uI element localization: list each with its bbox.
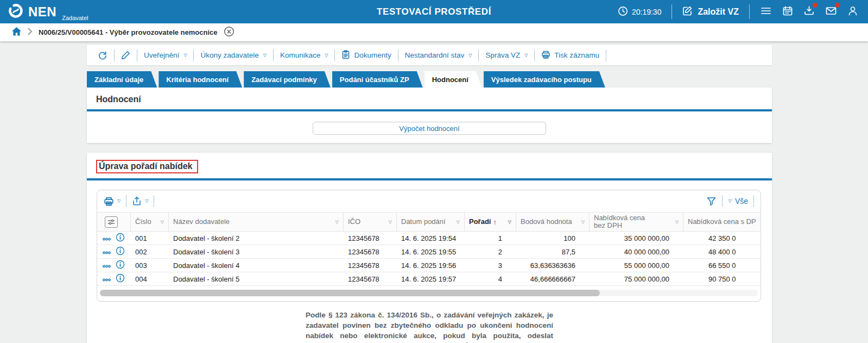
table-export-button[interactable]: ▽ — [132, 196, 148, 206]
cell-bodova: 100 — [516, 232, 590, 245]
printer-icon — [541, 50, 550, 61]
cell-datum: 14. 6. 2025 19:55 — [397, 245, 465, 258]
column-header-poradi[interactable]: Pořadí ↑ ▽ — [465, 213, 516, 231]
table-print-button[interactable]: ▽ — [104, 196, 121, 207]
vypocet-hodnoceni-button[interactable]: Výpočet hodnocení — [313, 122, 546, 135]
column-header-datum-podani[interactable]: Datum podání ▽ — [397, 213, 465, 231]
menu-label: Uveřejnění — [144, 51, 179, 59]
menu-komunikace[interactable]: Komunikace ▽ — [274, 51, 334, 59]
column-header-nazev-dodavatele[interactable]: Název dodavatele ▽ — [169, 213, 344, 231]
table-row[interactable]: 004 Dodavatel - školení 5 12345678 14. 6… — [97, 272, 761, 286]
table-toolbar-left: ▽ ▽ — [104, 195, 154, 207]
create-vz-label: Založit VZ — [698, 7, 739, 17]
cell-bodova: 63,636363636 — [516, 259, 590, 272]
table-toolbar: ▽ ▽ — [97, 190, 761, 212]
chevron-down-icon: ▽ — [728, 199, 732, 203]
refresh-button[interactable] — [91, 51, 114, 60]
filter-all-dropdown[interactable]: ▽ Vše — [728, 197, 748, 205]
cell-nazev: Dodavatel - školení 3 — [169, 245, 344, 258]
panel-gap — [87, 143, 772, 153]
menu-tisk-zaznamu[interactable]: Tisk záznamu — [535, 50, 606, 61]
scrollbar-thumb[interactable] — [100, 290, 600, 296]
row-info-icon[interactable] — [116, 246, 125, 257]
create-vz-button[interactable]: Založit VZ — [682, 5, 739, 18]
table-row[interactable]: 001 Dodavatel - školení 2 12345678 14. 6… — [97, 232, 761, 245]
inbox-button[interactable] — [803, 5, 815, 18]
cell-ico: 12345678 — [344, 259, 397, 272]
table-row[interactable]: 003 Dodavatel - školení 4 12345678 14. 6… — [97, 259, 761, 272]
messages-button[interactable] — [825, 5, 837, 19]
table-row[interactable]: 002 Dodavatel - školení 3 12345678 14. 6… — [97, 245, 761, 259]
filter-all-label: Vše — [735, 197, 748, 205]
tab-podani-ucastniku-zp[interactable]: Podání účastníků ZP — [332, 71, 423, 88]
document-icon — [341, 50, 350, 61]
column-filter-icon[interactable]: ▽ — [508, 220, 511, 224]
edit-record-button[interactable] — [115, 51, 137, 60]
menu-sprava-vz[interactable]: Správa VZ ▽ — [479, 51, 534, 59]
scrollbar-track[interactable] — [100, 290, 758, 296]
tab-vysledek-zadavaciho-postupu[interactable]: Výsledek zadávacího postupu — [484, 71, 605, 88]
cell-datum: 14. 6. 2025 19:56 — [397, 259, 465, 272]
column-filter-icon[interactable]: ▽ — [161, 220, 164, 224]
chevron-down-icon: ▽ — [263, 53, 267, 58]
column-filter-icon[interactable]: ▽ — [389, 220, 392, 224]
legal-notice-text: Podle § 123 zákona č. 134/2016 Sb., o za… — [306, 310, 553, 343]
menu-label: Tisk záznamu — [554, 51, 599, 59]
user-profile-button[interactable] — [847, 5, 858, 18]
menu-label: Úkony zadavatele — [200, 51, 258, 59]
section-title-uprava-poradi: Úprava pořadí nabídek — [87, 153, 772, 178]
sort-ascending-icon: ↑ — [493, 218, 497, 226]
row-info-icon[interactable] — [116, 233, 125, 244]
menu-button[interactable] — [760, 5, 772, 19]
cell-cena-s-dph: 90 750 0 — [683, 272, 761, 285]
menu-nestandardni-stav[interactable]: Nestandardní stav ▽ — [398, 51, 479, 59]
menu-uverejneni[interactable]: Uveřejnění ▽ — [137, 51, 193, 59]
divider — [753, 195, 754, 207]
calc-area: Výpočet hodnocení — [87, 111, 772, 143]
brand-area[interactable]: NEN Zadavatel — [8, 3, 88, 21]
tab-bar: Základní údaje Kritéria hodnocení Zadáva… — [87, 71, 772, 88]
row-actions-icon[interactable] — [103, 275, 111, 283]
row-info-icon[interactable] — [116, 260, 125, 271]
column-label: Číslo — [135, 218, 151, 226]
tab-kriteria-hodnoceni[interactable]: Kritéria hodnocení — [159, 71, 242, 88]
menu-ukony-zadavatele[interactable]: Úkony zadavatele ▽ — [194, 51, 273, 59]
edit-square-icon — [682, 5, 693, 18]
row-actions-icon[interactable] — [103, 248, 111, 256]
column-label: IČO — [348, 218, 360, 226]
user-icon — [847, 5, 858, 18]
hodnoceni-panel: Hodnocení Výpočet hodnocení — [87, 88, 772, 143]
filter-funnel-button[interactable] — [706, 196, 717, 207]
column-header-cislo[interactable]: Číslo ▽ — [131, 213, 169, 231]
column-filter-icon[interactable]: ▽ — [675, 220, 679, 224]
close-record-icon[interactable] — [224, 26, 235, 39]
cell-cislo: 003 — [131, 259, 169, 272]
tab-zakladni-udaje[interactable]: Základní údaje — [87, 71, 157, 88]
column-filter-icon[interactable]: ▽ — [335, 220, 339, 224]
tab-hodnoceni[interactable]: Hodnocení — [425, 71, 482, 88]
calendar-button[interactable] — [782, 5, 793, 18]
chevron-down-icon: ▽ — [117, 199, 121, 203]
divider — [671, 4, 672, 19]
row-actions-icon[interactable] — [103, 261, 111, 270]
column-filter-icon[interactable]: ▽ — [581, 220, 585, 224]
home-icon[interactable] — [11, 27, 22, 39]
column-filter-icon[interactable]: ▽ — [457, 220, 460, 224]
row-info-icon[interactable] — [116, 273, 125, 284]
column-header-cena-bez-dph[interactable]: Nabídková cena bez DPH ▽ — [590, 213, 683, 231]
column-header-cena-s-dph[interactable]: Nabídková cena s DP — [683, 213, 761, 231]
tab-zadavaci-podminky[interactable]: Zadávací podmínky — [244, 71, 331, 88]
breadcrumb-record-label[interactable]: N006/25/V00005641 - Výběr provozovatele … — [39, 28, 218, 36]
column-header-ico[interactable]: IČO ▽ — [344, 213, 397, 231]
column-label: Nabídková cena s DP — [688, 218, 756, 226]
row-actions-icon[interactable] — [103, 234, 111, 242]
column-chooser-header[interactable] — [97, 213, 131, 231]
top-bar: NEN Zadavatel TESTOVACÍ PROSTŘEDÍ 20:19:… — [0, 0, 868, 23]
record-toolbar: Uveřejnění ▽ Úkony zadavatele ▽ Komunika… — [87, 45, 772, 65]
menu-dokumenty[interactable]: Dokumenty — [335, 50, 397, 61]
session-clock: 20:19:30 — [618, 6, 662, 18]
offers-table-card: ▽ ▽ — [97, 190, 761, 302]
session-time: 20:19:30 — [632, 8, 662, 16]
column-header-bodova-hodnota[interactable]: Bodová hodnota ▽ — [516, 213, 590, 231]
cell-poradi: 3 — [465, 259, 516, 272]
